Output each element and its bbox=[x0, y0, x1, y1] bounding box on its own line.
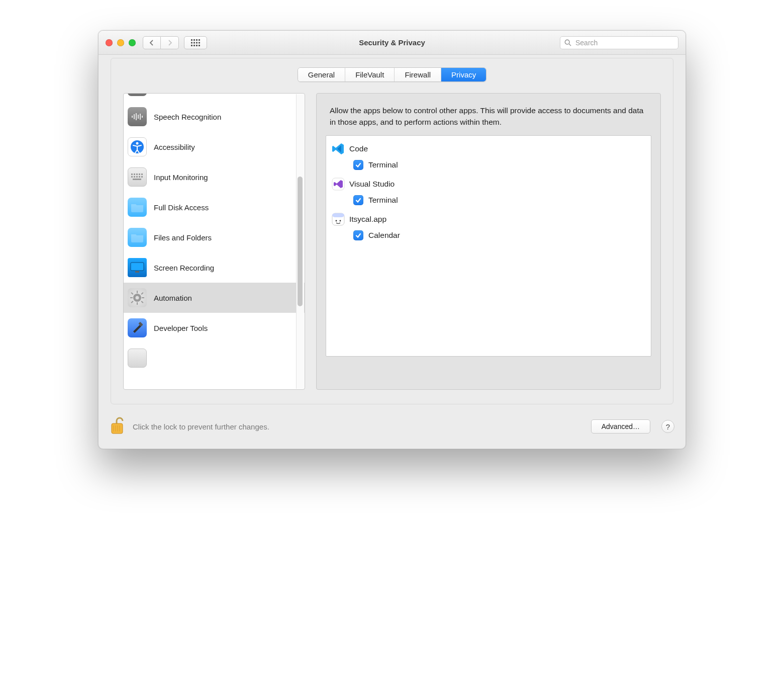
svg-rect-42 bbox=[142, 297, 144, 298]
scrollbar-thumb[interactable] bbox=[298, 177, 303, 306]
app-name: Code bbox=[349, 144, 368, 153]
svg-rect-28 bbox=[141, 174, 143, 175]
display-icon bbox=[128, 258, 147, 277]
svg-rect-8 bbox=[191, 45, 192, 46]
svg-rect-36 bbox=[135, 271, 139, 273]
svg-rect-1 bbox=[193, 39, 195, 41]
svg-rect-31 bbox=[136, 176, 138, 178]
sidebar-item-automation[interactable]: Automation bbox=[124, 283, 305, 313]
svg-rect-10 bbox=[196, 45, 198, 46]
help-button[interactable]: ? bbox=[661, 420, 674, 433]
vscode-icon bbox=[331, 142, 345, 156]
search-field[interactable] bbox=[560, 36, 678, 49]
sidebar-item-label: Files and Folders bbox=[154, 233, 212, 242]
detail-description: Allow the apps below to control other ap… bbox=[330, 105, 647, 128]
tab-privacy[interactable]: Privacy bbox=[441, 68, 486, 81]
svg-point-52 bbox=[340, 220, 341, 221]
svg-point-51 bbox=[336, 220, 337, 221]
sidebar-item-label: Input Monitoring bbox=[154, 173, 208, 182]
close-icon[interactable] bbox=[106, 39, 113, 46]
svg-point-38 bbox=[136, 296, 139, 300]
tab-firewall[interactable]: Firewall bbox=[394, 68, 441, 81]
back-button[interactable] bbox=[143, 36, 161, 49]
footer: Click the lock to prevent further change… bbox=[99, 407, 685, 449]
tabs: General FileVault Firewall Privacy bbox=[111, 58, 673, 82]
permission-label: Calendar bbox=[368, 231, 400, 240]
folder-icon bbox=[128, 198, 147, 217]
svg-rect-45 bbox=[131, 301, 134, 303]
waveform-icon bbox=[128, 107, 147, 126]
svg-rect-30 bbox=[134, 176, 135, 178]
tab-filevault[interactable]: FileVault bbox=[345, 68, 394, 81]
search-icon bbox=[564, 39, 571, 46]
svg-rect-9 bbox=[193, 45, 195, 46]
titlebar: Security & Privacy bbox=[99, 31, 685, 55]
svg-rect-7 bbox=[199, 42, 200, 43]
svg-point-23 bbox=[136, 142, 139, 145]
privacy-sidebar[interactable]: Microphone Speech Recognition Accessibil… bbox=[123, 93, 305, 390]
sidebar-item-label: Speech Recognition bbox=[154, 113, 221, 121]
permission-label: Terminal bbox=[368, 196, 398, 205]
folder-icon bbox=[128, 228, 147, 247]
svg-rect-44 bbox=[141, 292, 144, 295]
sidebar-item-developer-tools[interactable]: Developer Tools bbox=[124, 313, 305, 343]
svg-rect-34 bbox=[133, 179, 141, 180]
permission-row[interactable]: Calendar bbox=[331, 228, 646, 245]
sidebar-item-partial[interactable] bbox=[124, 343, 305, 373]
apps-list: Code Terminal Visual Studio bbox=[326, 135, 651, 357]
sidebar-item-accessibility[interactable]: Accessibility bbox=[124, 132, 305, 162]
svg-rect-0 bbox=[191, 39, 192, 41]
permission-label: Terminal bbox=[368, 160, 398, 169]
sidebar-item-files-and-folders[interactable]: Files and Folders bbox=[124, 222, 305, 252]
app-row-code: Code bbox=[331, 140, 646, 158]
advanced-button[interactable]: Advanced… bbox=[591, 419, 650, 434]
app-row-itsycal: Itsycal.app bbox=[331, 210, 646, 228]
svg-rect-26 bbox=[136, 174, 138, 175]
sidebar-item-label: Screen Recording bbox=[154, 264, 214, 272]
checkbox-checked-icon[interactable] bbox=[353, 230, 363, 240]
svg-rect-6 bbox=[196, 42, 198, 43]
nav-buttons bbox=[143, 36, 179, 49]
sidebar-item-screen-recording[interactable]: Screen Recording bbox=[124, 252, 305, 283]
search-input[interactable] bbox=[574, 38, 674, 47]
tab-general[interactable]: General bbox=[298, 68, 345, 81]
svg-line-13 bbox=[569, 44, 571, 46]
sidebar-item-full-disk-access[interactable]: Full Disk Access bbox=[124, 192, 305, 222]
svg-rect-27 bbox=[139, 174, 140, 175]
svg-rect-40 bbox=[137, 302, 138, 305]
lock-open-icon[interactable] bbox=[110, 416, 127, 437]
app-name: Itsycal.app bbox=[349, 215, 386, 224]
zoom-icon[interactable] bbox=[129, 39, 136, 46]
svg-point-12 bbox=[565, 40, 569, 44]
hammer-icon bbox=[128, 318, 147, 337]
svg-rect-32 bbox=[139, 176, 140, 178]
lock-hint: Click the lock to prevent further change… bbox=[133, 422, 269, 431]
svg-rect-43 bbox=[131, 292, 134, 295]
svg-rect-41 bbox=[130, 297, 133, 298]
minimize-icon[interactable] bbox=[117, 39, 124, 46]
keyboard-icon bbox=[128, 167, 147, 187]
itsycal-icon bbox=[331, 212, 345, 226]
svg-rect-50 bbox=[332, 213, 344, 217]
svg-rect-46 bbox=[141, 301, 144, 303]
sidebar-item-speech-recognition[interactable]: Speech Recognition bbox=[124, 102, 305, 132]
sidebar-item-input-monitoring[interactable]: Input Monitoring bbox=[124, 162, 305, 192]
checkbox-checked-icon[interactable] bbox=[353, 160, 363, 170]
show-all-button[interactable] bbox=[184, 36, 207, 49]
svg-rect-35 bbox=[131, 263, 144, 271]
svg-rect-25 bbox=[134, 174, 135, 175]
forward-button[interactable] bbox=[161, 36, 179, 49]
permission-row[interactable]: Terminal bbox=[331, 193, 646, 210]
permission-row[interactable]: Terminal bbox=[331, 158, 646, 175]
sidebar-item-microphone[interactable]: Microphone bbox=[124, 93, 305, 102]
checkbox-checked-icon[interactable] bbox=[353, 195, 363, 205]
app-name: Visual Studio bbox=[349, 180, 395, 189]
svg-rect-2 bbox=[196, 39, 198, 41]
window-controls bbox=[106, 39, 136, 46]
scrollbar[interactable] bbox=[296, 94, 304, 389]
gear-icon bbox=[128, 288, 147, 307]
svg-rect-3 bbox=[199, 39, 200, 41]
svg-rect-11 bbox=[199, 45, 200, 46]
svg-rect-5 bbox=[193, 42, 195, 43]
generic-icon bbox=[128, 349, 147, 368]
